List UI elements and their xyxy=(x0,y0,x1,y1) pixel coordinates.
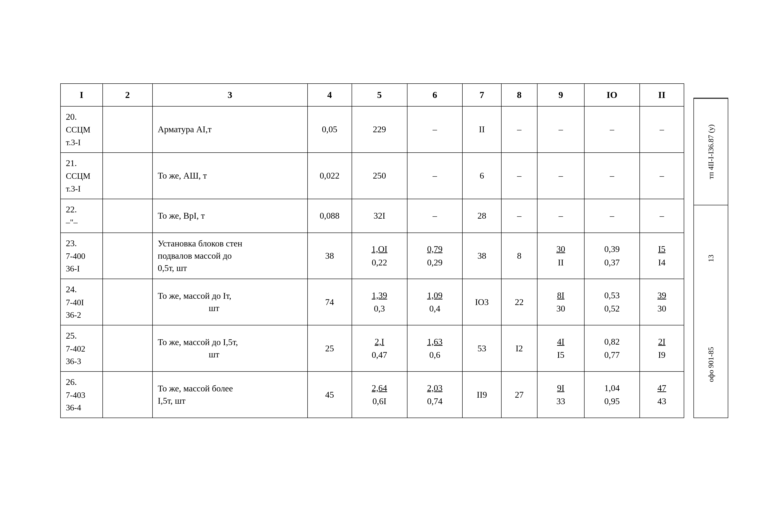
row-24-col9: 8I 30 xyxy=(537,279,584,325)
col-header-1: I xyxy=(60,84,103,106)
row-22-col6: – xyxy=(407,199,463,233)
row-26-col11: 47 43 xyxy=(640,372,684,418)
table-row: 26. 7-403 36-4 То же, массой более I,5т,… xyxy=(60,372,684,418)
row-22-col2 xyxy=(103,199,153,233)
row-21-col6: – xyxy=(407,153,463,199)
row-21-desc: То же, АШ, т xyxy=(153,153,308,199)
row-23-col7: 38 xyxy=(462,233,501,279)
row-22-col7: 28 xyxy=(462,199,501,233)
row-20-col2 xyxy=(103,106,153,153)
col-header-8: 8 xyxy=(501,84,537,106)
col-header-11: II xyxy=(640,84,684,106)
row-25-col2 xyxy=(103,325,153,372)
row-23-desc: Установка блоков стен подвалов массой до… xyxy=(153,233,308,279)
table-row: 22. –"– То же, ВрI, т 0,088 32I – 28 – –… xyxy=(60,199,684,233)
row-22-col10: – xyxy=(584,199,640,233)
col-header-3: 3 xyxy=(153,84,308,106)
row-20-col4: 0,05 xyxy=(308,106,352,153)
row-21-col8: – xyxy=(501,153,537,199)
right-label-1: тп 4II-I-I36.87 (у) xyxy=(694,98,728,205)
row-22-desc: То же, ВрI, т xyxy=(153,199,308,233)
row-24-col5: 1,39 0,3 xyxy=(352,279,407,325)
table-row: 21. ССЦМ т.3-I То же, АШ, т 0,022 250 – … xyxy=(60,153,684,199)
row-24-col10: 0,53 0,52 xyxy=(584,279,640,325)
right-label-2: 13 xyxy=(694,205,728,311)
row-24-col11: 39 30 xyxy=(640,279,684,325)
row-22-col11: – xyxy=(640,199,684,233)
row-26-desc: То же, массой более I,5т, шт xyxy=(153,372,308,418)
row-22-col4: 0,088 xyxy=(308,199,352,233)
row-24-col2 xyxy=(103,279,153,325)
row-20-num: 20. ССЦМ т.3-I xyxy=(60,106,103,153)
row-20-col6: – xyxy=(407,106,463,153)
row-26-col4: 45 xyxy=(308,372,352,418)
row-23-num: 23. 7-400 36-I xyxy=(60,233,103,279)
col-header-10: IO xyxy=(584,84,640,106)
row-22-col9: – xyxy=(537,199,584,233)
row-26-col2 xyxy=(103,372,153,418)
row-25-col4: 25 xyxy=(308,325,352,372)
row-26-col10: 1,04 0,95 xyxy=(584,372,640,418)
col-header-9: 9 xyxy=(537,84,584,106)
right-sidebar: тп 4II-I-I36.87 (у) 13 офо 901-85 xyxy=(694,98,728,418)
row-20-col9: – xyxy=(537,106,584,153)
row-24-col6: 1,09 0,4 xyxy=(407,279,463,325)
row-25-col5: 2,I 0,47 xyxy=(352,325,407,372)
row-26-col9: 9I 33 xyxy=(537,372,584,418)
row-25-desc: То же, массой до I,5т, шт xyxy=(153,325,308,372)
row-26-col5: 2,64 0,6I xyxy=(352,372,407,418)
page: I 2 3 4 5 6 7 8 9 IO II xyxy=(0,0,763,532)
col-header-5: 5 xyxy=(352,84,407,106)
row-24-col8: 22 xyxy=(501,279,537,325)
row-23-col11: I5 I4 xyxy=(640,233,684,279)
row-22-col8: – xyxy=(501,199,537,233)
row-21-col2 xyxy=(103,153,153,199)
row-21-col11: – xyxy=(640,153,684,199)
row-23-col10: 0,39 0,37 xyxy=(584,233,640,279)
row-26-col7: II9 xyxy=(462,372,501,418)
table-row: 25. 7-402 36-3 То же, массой до I,5т, шт… xyxy=(60,325,684,372)
table-container: I 2 3 4 5 6 7 8 9 IO II xyxy=(60,83,684,418)
row-23-col9: 30 II xyxy=(537,233,584,279)
row-21-col9: – xyxy=(537,153,584,199)
table-row: 24. 7-40I 36-2 То же, массой до Iт, шт 7… xyxy=(60,279,684,325)
row-21-num: 21. ССЦМ т.3-I xyxy=(60,153,103,199)
row-20-col11: – xyxy=(640,106,684,153)
row-25-num: 25. 7-402 36-3 xyxy=(60,325,103,372)
row-26-num: 26. 7-403 36-4 xyxy=(60,372,103,418)
row-25-col7: 53 xyxy=(462,325,501,372)
row-25-col6: 1,63 0,6 xyxy=(407,325,463,372)
col-header-6: 6 xyxy=(407,84,463,106)
row-23-col5: 1,OI 0,22 xyxy=(352,233,407,279)
row-23-col2 xyxy=(103,233,153,279)
row-23-col4: 38 xyxy=(308,233,352,279)
row-20-desc: Арматура АI,т xyxy=(153,106,308,153)
row-24-col7: IO3 xyxy=(462,279,501,325)
row-26-col8: 27 xyxy=(501,372,537,418)
row-24-num: 24. 7-40I 36-2 xyxy=(60,279,103,325)
col-header-4: 4 xyxy=(308,84,352,106)
row-20-col10: – xyxy=(584,106,640,153)
row-21-col10: – xyxy=(584,153,640,199)
row-25-col10: 0,82 0,77 xyxy=(584,325,640,372)
row-22-col5: 32I xyxy=(352,199,407,233)
row-21-col7: 6 xyxy=(462,153,501,199)
row-25-col9: 4I I5 xyxy=(537,325,584,372)
row-26-col6: 2,03 0,74 xyxy=(407,372,463,418)
row-20-col5: 229 xyxy=(352,106,407,153)
row-20-col8: – xyxy=(501,106,537,153)
row-25-col11: 2I I9 xyxy=(640,325,684,372)
row-20-col7: II xyxy=(462,106,501,153)
col-header-7: 7 xyxy=(462,84,501,106)
table-row: 23. 7-400 36-I Установка блоков стен под… xyxy=(60,233,684,279)
row-24-col4: 74 xyxy=(308,279,352,325)
row-21-col5: 250 xyxy=(352,153,407,199)
row-21-col4: 0,022 xyxy=(308,153,352,199)
header-row: I 2 3 4 5 6 7 8 9 IO II xyxy=(60,84,684,106)
col-header-2: 2 xyxy=(103,84,153,106)
right-label-3: офо 901-85 xyxy=(694,311,728,417)
row-24-desc: То же, массой до Iт, шт xyxy=(153,279,308,325)
table-row: 20. ССЦМ т.3-I Арматура АI,т 0,05 229 – … xyxy=(60,106,684,153)
row-23-col8: 8 xyxy=(501,233,537,279)
row-25-col8: I2 xyxy=(501,325,537,372)
